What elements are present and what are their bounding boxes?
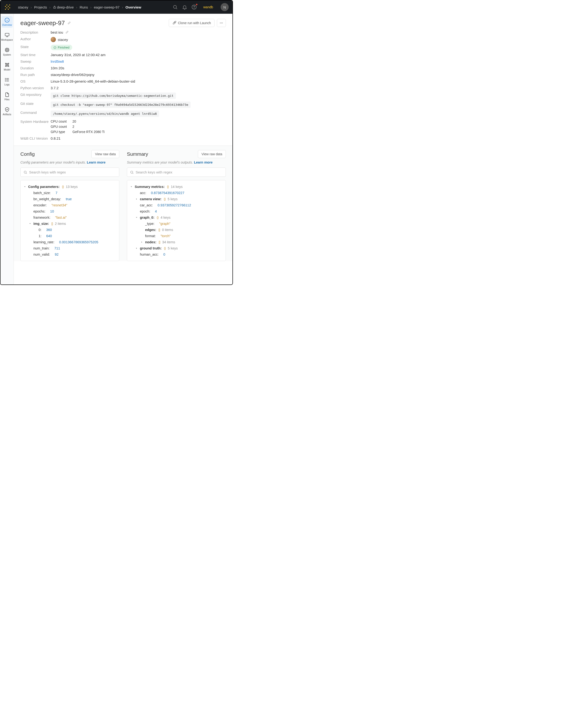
chevron-right-icon: › xyxy=(30,5,32,9)
sweep-link[interactable]: lnrd5iw8 xyxy=(51,59,64,63)
chevron-right-icon[interactable] xyxy=(135,247,138,250)
config-title: Config xyxy=(20,151,35,157)
svg-point-8 xyxy=(5,63,6,64)
sidebar-item-system[interactable]: System xyxy=(1,46,13,58)
object-icon: {} xyxy=(157,216,159,219)
array-icon: [] xyxy=(51,222,53,225)
chevron-down-icon[interactable] xyxy=(130,185,133,188)
main-content: eager-sweep-97 Clone run with Launch xyxy=(14,14,232,284)
view-raw-summary-button[interactable]: View raw data xyxy=(198,150,226,158)
breadcrumb-overview: Overview xyxy=(125,5,141,9)
git-repo-code[interactable]: git clone https://github.com/borisdayma/… xyxy=(51,92,176,99)
breadcrumb-runs[interactable]: Runs xyxy=(80,5,88,9)
search-icon xyxy=(130,170,134,174)
edit-icon[interactable] xyxy=(65,30,69,34)
meta-label-gitrepo: Git repository xyxy=(20,92,51,97)
meta-value-cli: 0.8.21 xyxy=(51,136,226,140)
meta-value-start: January 31st, 2020 at 12:00:42 am xyxy=(51,53,226,57)
meta-label-runpath: Run path xyxy=(20,73,51,77)
config-search[interactable] xyxy=(20,168,119,177)
array-icon: [] xyxy=(159,240,161,244)
search-icon[interactable] xyxy=(172,4,178,10)
state-badge: Finished xyxy=(51,45,72,50)
meta-label-cli: W&B CLI Version xyxy=(20,136,51,140)
run-title: eager-sweep-97 xyxy=(20,19,71,27)
sidebar-item-logs[interactable]: Logs xyxy=(1,76,13,87)
meta-label-python: Python version xyxy=(20,86,51,90)
meta-value-author[interactable]: stacey xyxy=(51,37,226,42)
meta-label-description: Description xyxy=(20,30,51,34)
git-state-code[interactable]: git checkout -b "eager-sweep-97" f0a9494… xyxy=(51,102,191,108)
summary-panel: Summary View raw data Summary metrics ar… xyxy=(127,150,226,261)
svg-point-18 xyxy=(222,23,223,23)
sidebar-label: Logs xyxy=(4,83,10,86)
topbar: stacey › Projects › deep-drive › Runs › … xyxy=(0,0,232,14)
meta-label-os: OS xyxy=(20,79,51,83)
object-icon: {} xyxy=(62,185,64,188)
svg-point-12 xyxy=(5,78,5,79)
chevron-right-icon[interactable] xyxy=(140,241,143,244)
sidebar-item-overview[interactable]: Overview xyxy=(1,16,13,28)
object-icon: {} xyxy=(167,185,169,188)
sidebar-item-files[interactable]: Files xyxy=(1,91,13,102)
chevron-right-icon: › xyxy=(49,5,51,9)
meta-label-start: Start time xyxy=(20,53,51,57)
sidebar-label: Overview xyxy=(2,24,12,26)
chevron-down-icon[interactable] xyxy=(135,216,138,219)
sidebar-label: System xyxy=(3,54,11,56)
run-metadata: Description best iou Author stacey State xyxy=(20,30,226,140)
wandb-logo[interactable] xyxy=(4,4,11,10)
breadcrumb-stacey[interactable]: stacey xyxy=(18,5,28,9)
summary-search[interactable] xyxy=(127,168,226,177)
meta-label-sweep: Sweep xyxy=(20,59,51,63)
view-raw-config-button[interactable]: View raw data xyxy=(91,150,119,158)
brand-label[interactable]: wandb xyxy=(203,5,213,9)
sidebar-item-artifacts[interactable]: Artifacts xyxy=(1,106,13,117)
svg-point-10 xyxy=(5,66,6,67)
sidebar-label: Workspace xyxy=(1,39,13,41)
sidebar: Overview Workspace System Model Logs Fil… xyxy=(0,14,14,284)
summary-desc: Summary metrics are your model's outputs… xyxy=(127,161,226,164)
summary-search-input[interactable] xyxy=(135,170,223,174)
meta-label-hardware: System Hardware xyxy=(20,120,51,124)
svg-rect-7 xyxy=(6,49,8,51)
user-avatar[interactable]: N xyxy=(220,3,229,11)
meta-label-gitstate: Git state xyxy=(20,102,51,106)
sidebar-label: Artifacts xyxy=(3,113,11,116)
learn-more-link[interactable]: Learn more xyxy=(87,161,106,164)
notification-dot xyxy=(196,3,198,5)
meta-label-duration: Duration xyxy=(20,66,51,70)
logs-icon xyxy=(4,77,10,82)
more-actions-button[interactable] xyxy=(217,19,226,27)
object-icon: {} xyxy=(164,247,166,250)
meta-value-description: best iou xyxy=(51,30,226,34)
breadcrumb-project[interactable]: deep-drive xyxy=(53,5,74,9)
command-code[interactable]: /home/stacey/.pyenv/versions/sd/bin/wand… xyxy=(51,110,159,117)
svg-rect-0 xyxy=(54,7,56,8)
clone-run-button[interactable]: Clone run with Launch xyxy=(169,19,214,27)
svg-point-15 xyxy=(174,22,175,23)
rocket-icon xyxy=(172,21,176,25)
help-icon[interactable] xyxy=(191,4,197,10)
chevron-down-icon[interactable] xyxy=(29,222,31,225)
svg-point-16 xyxy=(220,23,220,23)
bell-icon[interactable] xyxy=(182,4,187,10)
breadcrumb: stacey › Projects › deep-drive › Runs › … xyxy=(18,5,170,9)
svg-point-20 xyxy=(24,171,26,173)
svg-point-19 xyxy=(54,46,56,49)
svg-point-14 xyxy=(5,81,5,81)
svg-point-17 xyxy=(221,23,222,23)
breadcrumb-projects[interactable]: Projects xyxy=(34,5,47,9)
sidebar-item-workspace[interactable]: Workspace xyxy=(1,31,13,43)
config-search-input[interactable] xyxy=(29,170,116,174)
breadcrumb-run[interactable]: eager-sweep-97 xyxy=(94,5,119,9)
meta-label-author: Author xyxy=(20,37,51,41)
chevron-right-icon[interactable] xyxy=(135,198,138,200)
svg-rect-6 xyxy=(5,48,8,51)
lock-icon xyxy=(53,6,56,9)
chevron-down-icon[interactable] xyxy=(23,185,26,188)
sidebar-item-model[interactable]: Model xyxy=(1,61,13,72)
learn-more-link[interactable]: Learn more xyxy=(194,161,213,164)
array-icon: [] xyxy=(159,228,160,231)
edit-icon[interactable] xyxy=(67,21,71,25)
